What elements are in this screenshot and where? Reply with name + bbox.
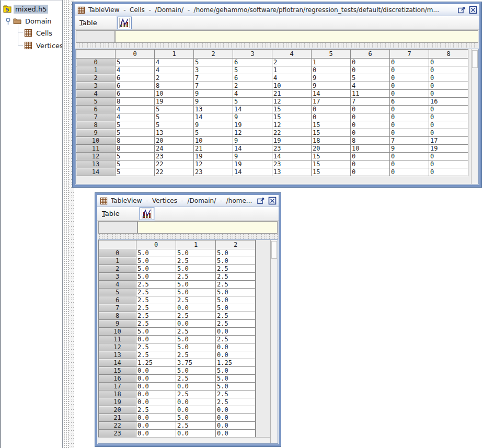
table-cell[interactable]: 14 <box>233 145 272 153</box>
table-cell[interactable]: 4 <box>155 59 194 66</box>
row-header[interactable]: 5 <box>99 289 136 296</box>
table-cell[interactable]: 23 <box>272 160 312 168</box>
table-cell[interactable]: 5 <box>116 59 155 66</box>
table-cell[interactable]: 5.0 <box>216 296 256 304</box>
cell-value-input[interactable] <box>115 30 478 43</box>
table-cell[interactable]: 5.0 <box>216 304 256 312</box>
column-header[interactable]: 4 <box>272 50 312 59</box>
column-header[interactable]: 0 <box>136 240 176 249</box>
table-cell[interactable]: 0.0 <box>176 304 216 312</box>
table-cell[interactable]: 0 <box>390 153 429 160</box>
tree-item-label[interactable]: Vertices <box>34 41 65 50</box>
table-cell[interactable]: 4 <box>116 66 155 74</box>
table-cell[interactable]: 4 <box>233 90 272 98</box>
row-header[interactable]: 12 <box>99 343 136 351</box>
row-header[interactable]: 6 <box>99 296 136 304</box>
table-cell[interactable]: 10 <box>155 90 194 98</box>
table-cell[interactable]: 0.0 <box>176 406 216 414</box>
table-cell[interactable]: 1.25 <box>216 359 256 367</box>
table-cell[interactable]: 5.0 <box>176 265 216 273</box>
row-header[interactable]: 23 <box>99 430 136 438</box>
table-cell[interactable]: 6 <box>390 98 429 106</box>
table-cell[interactable]: 6 <box>233 59 272 66</box>
table-cell[interactable]: 0.0 <box>136 367 176 375</box>
tree-expander-icon[interactable] <box>5 17 11 25</box>
table-cell[interactable]: 11 <box>351 90 390 98</box>
table-cell[interactable]: 2.5 <box>176 351 216 359</box>
table-cell[interactable]: 0 <box>351 153 390 160</box>
table-cell[interactable]: 5.0 <box>216 383 256 390</box>
table-cell[interactable]: 19 <box>233 160 272 168</box>
row-header[interactable]: 22 <box>99 422 136 430</box>
table-cell[interactable]: 18 <box>312 137 351 145</box>
table-cell[interactable]: 2 <box>233 82 272 90</box>
table-cell[interactable]: 0 <box>312 113 351 121</box>
tree-item-vertices[interactable]: Vertices <box>24 40 65 51</box>
table-cell[interactable]: 2 <box>155 74 194 82</box>
tree-item-label[interactable]: Cells <box>34 29 54 38</box>
table-cell[interactable]: 0.0 <box>216 422 256 430</box>
table-cell[interactable]: 0 <box>390 66 429 74</box>
table-cell[interactable]: 0 <box>351 129 390 137</box>
table-cell[interactable]: 2.5 <box>136 320 176 328</box>
table-cell[interactable]: 5 <box>116 129 155 137</box>
table-cell[interactable]: 0 <box>390 129 429 137</box>
table-cell[interactable]: 5.0 <box>176 289 216 296</box>
table-cell[interactable]: 10 <box>351 145 390 153</box>
row-header[interactable]: 10 <box>76 137 116 145</box>
table-cell[interactable]: 9 <box>194 90 233 98</box>
table-cell[interactable]: 0 <box>390 113 429 121</box>
table-cell[interactable]: 4 <box>272 74 312 82</box>
row-header[interactable]: 19 <box>99 398 136 406</box>
table-cell[interactable]: 0 <box>390 168 429 176</box>
table-cell[interactable]: 2.5 <box>216 336 256 343</box>
table-cell[interactable]: 8 <box>155 82 194 90</box>
table-cell[interactable]: 5.0 <box>176 367 216 375</box>
column-header[interactable]: 6 <box>351 50 390 59</box>
table-cell[interactable]: 0.0 <box>216 351 256 359</box>
table-cell[interactable]: 2.5 <box>176 273 216 281</box>
table-cell[interactable]: 4 <box>155 66 194 74</box>
table-cell[interactable]: 22 <box>155 160 194 168</box>
table-cell[interactable]: 5.0 <box>216 367 256 375</box>
table-cell[interactable]: 12 <box>233 129 272 137</box>
tree-item-cells[interactable]: Cells <box>24 28 54 38</box>
table-cell[interactable]: 20 <box>155 137 194 145</box>
row-header[interactable]: 8 <box>99 312 136 320</box>
table-cell[interactable]: 0 <box>312 66 351 74</box>
table-cell[interactable]: 0 <box>429 168 468 176</box>
table-cell[interactable]: 0 <box>390 59 429 66</box>
table-cell[interactable]: 0.0 <box>216 328 256 336</box>
table-cell[interactable]: 22 <box>155 168 194 176</box>
column-header[interactable]: 3 <box>233 50 272 59</box>
table-cell[interactable]: 0.0 <box>176 383 216 390</box>
table-cell[interactable]: 0 <box>390 90 429 98</box>
row-header[interactable]: 4 <box>76 90 116 98</box>
table-cell[interactable]: 14 <box>194 113 233 121</box>
table-cell[interactable]: 9 <box>312 74 351 82</box>
table-cell[interactable]: 5.0 <box>176 336 216 343</box>
scrollbar-thumb[interactable] <box>271 241 277 259</box>
close-icon[interactable] <box>268 197 277 205</box>
window-titlebar[interactable]: TableView - Vertices - /Domain/ - /home.… <box>97 195 279 207</box>
table-cell[interactable]: 5.0 <box>176 414 216 422</box>
table-cell[interactable]: 2.5 <box>176 390 216 398</box>
table-cell[interactable]: 0 <box>429 66 468 74</box>
tree-scrollbar[interactable] <box>62 0 70 448</box>
table-cell[interactable]: 5.0 <box>216 257 256 265</box>
table-cell[interactable]: 8 <box>116 137 155 145</box>
table-cell[interactable]: 15 <box>312 168 351 176</box>
table-cell[interactable]: 0 <box>351 121 390 129</box>
vertical-scrollbar[interactable] <box>270 240 278 443</box>
table-cell[interactable]: 2.5 <box>176 296 216 304</box>
row-header[interactable]: 11 <box>76 145 116 153</box>
table-cell[interactable]: 9 <box>312 82 351 90</box>
table-cell[interactable]: 0 <box>351 168 390 176</box>
table-cell[interactable]: 5 <box>155 106 194 113</box>
table-cell[interactable]: 14 <box>233 168 272 176</box>
table-cell[interactable]: 5.0 <box>176 249 216 257</box>
table-cell[interactable]: 5 <box>116 160 155 168</box>
table-cell[interactable]: 4 <box>116 113 155 121</box>
table-cell[interactable]: 2.5 <box>136 281 176 289</box>
row-header[interactable]: 18 <box>99 390 136 398</box>
